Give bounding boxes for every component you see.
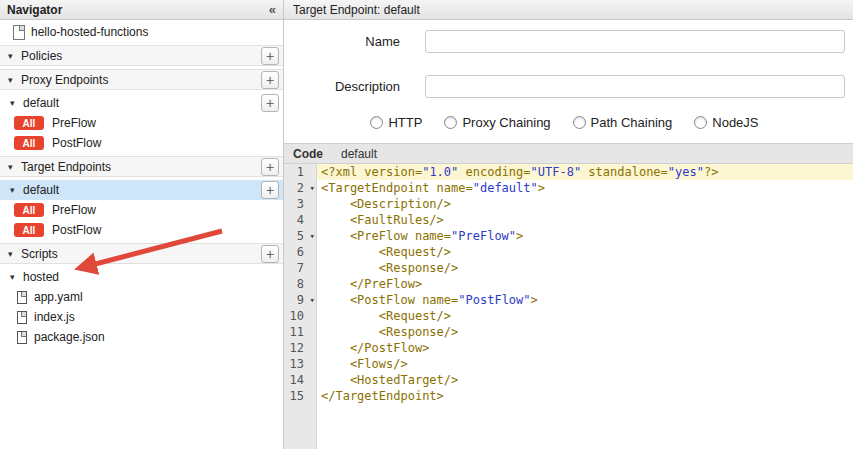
caret-down-icon[interactable]: ▾	[10, 185, 23, 195]
navigator-header: Navigator «	[0, 0, 283, 20]
target-type-radio-group: HTTP Proxy Chaining Path Chaining NodeJS	[284, 114, 845, 130]
code-file-label: default	[341, 147, 377, 161]
caret-down-icon[interactable]: ▾	[8, 51, 21, 61]
fold-toggle-icon[interactable]: ▾	[310, 292, 315, 308]
radio-label: Proxy Chaining	[462, 115, 550, 130]
radio-path-chaining[interactable]: Path Chaining	[573, 115, 673, 130]
caret-down-icon[interactable]: ▾	[8, 162, 21, 172]
tree-item-label: app.yaml	[34, 290, 83, 304]
tree-item-proxy-postflow[interactable]: All PostFlow	[0, 133, 283, 153]
name-input[interactable]	[425, 30, 845, 53]
code-line[interactable]: </PostFlow>	[317, 340, 853, 356]
add-policy-button[interactable]: +	[261, 47, 279, 65]
radio-nodejs[interactable]: NodeJS	[694, 115, 758, 130]
gutter-line-number: 15	[284, 388, 316, 404]
description-row: Description	[284, 75, 845, 98]
gutter-line-number: 3	[284, 196, 316, 212]
code-line[interactable]: <FaultRules/>	[317, 212, 853, 228]
name-row: Name	[284, 30, 845, 53]
caret-down-icon[interactable]: ▾	[8, 249, 21, 259]
navigator-panel: Navigator « hello-hosted-functions ▾ Pol…	[0, 0, 284, 449]
caret-down-icon[interactable]: ▾	[10, 98, 23, 108]
gutter-line-number: 11	[284, 324, 316, 340]
file-icon	[17, 331, 27, 344]
tree-item-target-preflow[interactable]: All PreFlow	[0, 200, 283, 220]
tree-item-label: PostFlow	[52, 223, 101, 237]
radio-icon	[694, 116, 707, 129]
tree-item-proxy-endpoint-default[interactable]: ▾ default +	[0, 93, 283, 113]
section-label: Proxy Endpoints	[21, 73, 261, 87]
gutter-line-number: 7	[284, 260, 316, 276]
code-header: Code default	[284, 143, 853, 164]
endpoint-editor-panel: Target Endpoint: default Name Descriptio…	[284, 0, 853, 449]
fold-toggle-icon[interactable]: ▾	[310, 180, 315, 196]
add-script-button[interactable]: +	[261, 245, 279, 263]
code-line[interactable]: <?xml version="1.0" encoding="UTF-8" sta…	[317, 164, 853, 180]
tree-item-app-yaml[interactable]: app.yaml	[0, 287, 283, 307]
code-line[interactable]: </PreFlow>	[317, 276, 853, 292]
description-input[interactable]	[425, 75, 845, 98]
code-line[interactable]: <Flows/>	[317, 356, 853, 372]
radio-icon	[370, 116, 383, 129]
tree-item-label: PreFlow	[52, 116, 96, 130]
tree-item-label: hello-hosted-functions	[31, 25, 148, 39]
add-target-endpoint-button[interactable]: +	[261, 158, 279, 176]
section-scripts[interactable]: ▾ Scripts +	[0, 243, 283, 264]
file-icon	[17, 311, 27, 324]
all-badge: All	[14, 223, 44, 237]
section-target-endpoints[interactable]: ▾ Target Endpoints +	[0, 156, 283, 177]
add-target-flow-button[interactable]: +	[261, 181, 279, 199]
tree-item-label: hosted	[23, 270, 59, 284]
navigator-title: Navigator	[7, 3, 62, 17]
file-icon	[17, 291, 27, 304]
endpoint-editor-header: Target Endpoint: default	[284, 0, 853, 20]
endpoint-form: Name Description HTTP Proxy Chaining P	[284, 20, 853, 143]
radio-proxy-chaining[interactable]: Proxy Chaining	[444, 115, 550, 130]
gutter-line-number: 8	[284, 276, 316, 292]
tree-item-proxy-preflow[interactable]: All PreFlow	[0, 113, 283, 133]
add-proxy-flow-button[interactable]: +	[261, 94, 279, 112]
code-line[interactable]: <Description/>	[317, 196, 853, 212]
name-label: Name	[284, 34, 425, 49]
tree-item-target-postflow[interactable]: All PostFlow	[0, 220, 283, 240]
code-line[interactable]: <PostFlow name="PostFlow">	[317, 292, 853, 308]
gutter-line-number[interactable]: 9▾	[284, 292, 316, 308]
code-line[interactable]: <TargetEndpoint name="default">	[317, 180, 853, 196]
gutter-line-number: 4	[284, 212, 316, 228]
tree-item-hosted-folder[interactable]: ▾ hosted	[0, 267, 283, 287]
gutter-line-number[interactable]: 5▾	[284, 228, 316, 244]
gutter-line-number: 12	[284, 340, 316, 356]
code-editor[interactable]: 12▾345▾6789▾101112131415 <?xml version="…	[284, 164, 853, 449]
code-line[interactable]: <PreFlow name="PreFlow">	[317, 228, 853, 244]
section-policies[interactable]: ▾ Policies +	[0, 45, 283, 66]
code-line[interactable]: <Response/>	[317, 324, 853, 340]
code-lines[interactable]: <?xml version="1.0" encoding="UTF-8" sta…	[317, 164, 853, 449]
tree-item-label: default	[23, 183, 261, 197]
code-tab-label[interactable]: Code	[293, 147, 323, 161]
tree-item-proxy-root[interactable]: hello-hosted-functions	[0, 22, 283, 42]
section-proxy-endpoints[interactable]: ▾ Proxy Endpoints +	[0, 69, 283, 90]
radio-http[interactable]: HTTP	[370, 115, 422, 130]
code-line[interactable]: </TargetEndpoint>	[317, 388, 853, 404]
all-badge: All	[14, 136, 44, 150]
code-line[interactable]: <Response/>	[317, 260, 853, 276]
caret-down-icon[interactable]: ▾	[10, 272, 23, 282]
gutter-line-number[interactable]: 2▾	[284, 180, 316, 196]
section-label: Policies	[21, 49, 261, 63]
add-proxy-endpoint-button[interactable]: +	[261, 71, 279, 89]
code-line[interactable]: <Request/>	[317, 244, 853, 260]
code-line[interactable]: <HostedTarget/>	[317, 372, 853, 388]
tree-item-target-endpoint-default[interactable]: ▾ default +	[0, 180, 283, 200]
caret-down-icon[interactable]: ▾	[8, 75, 21, 85]
tree-item-package-json[interactable]: package.json	[0, 327, 283, 347]
code-line[interactable]: <Request/>	[317, 308, 853, 324]
gutter-line-number: 10	[284, 308, 316, 324]
tree-item-label: package.json	[34, 330, 105, 344]
tree-item-label: index.js	[34, 310, 75, 324]
tree-item-label: PostFlow	[52, 136, 101, 150]
tree-item-index-js[interactable]: index.js	[0, 307, 283, 327]
collapse-panel-button[interactable]: «	[269, 3, 276, 16]
section-label: Scripts	[21, 247, 261, 261]
file-icon	[13, 25, 25, 40]
fold-toggle-icon[interactable]: ▾	[310, 228, 315, 244]
